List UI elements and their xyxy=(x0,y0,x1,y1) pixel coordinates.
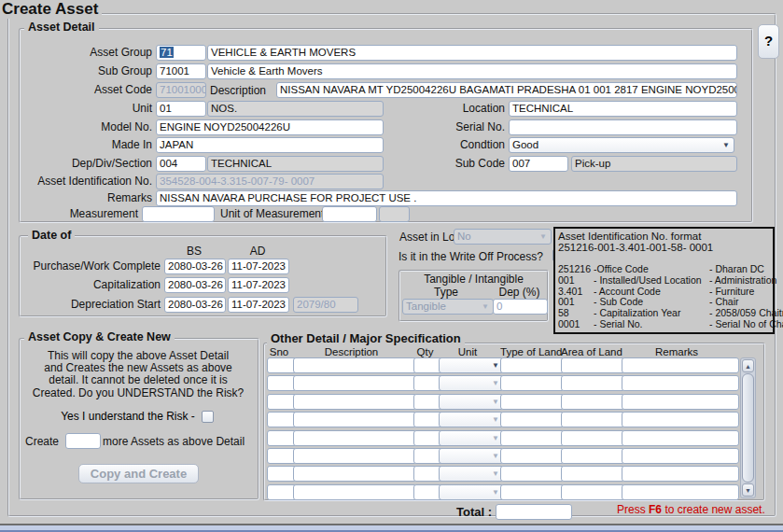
type-combo: Tangible▼ xyxy=(402,299,494,315)
made-in-input[interactable]: JAPAN xyxy=(156,137,384,153)
purchase-ad-input[interactable]: 11-07-2023 xyxy=(228,259,289,274)
spec-cell[interactable] xyxy=(561,430,625,446)
risk-checkbox[interactable] xyxy=(202,411,214,423)
capitalization-ad-input[interactable]: 11-07-2023 xyxy=(228,277,289,293)
fmt-code: 001 xyxy=(558,275,594,287)
capitalization-bs-input[interactable]: 2080-03-26 xyxy=(164,277,226,293)
spec-cell[interactable] xyxy=(500,357,565,373)
unit-of-measurement-input[interactable] xyxy=(322,206,377,222)
spec-cell[interactable] xyxy=(622,375,739,391)
depreciation-start-label: Depreciation Start xyxy=(24,298,161,312)
purchase-bs-input[interactable]: 2080-03-26 xyxy=(164,259,226,274)
asset-group-input[interactable]: 71 xyxy=(156,45,206,61)
spec-cell[interactable] xyxy=(561,375,625,391)
chevron-down-icon: ▼ xyxy=(492,415,499,424)
spec-cell[interactable] xyxy=(561,357,625,373)
type-value: Tangible xyxy=(406,301,446,312)
remarks-input[interactable]: NISSAN NAVARA PURCHASE FOR PROJECT USE . xyxy=(156,190,737,206)
sub-group-input[interactable]: 71001 xyxy=(156,63,206,79)
spec-cell[interactable] xyxy=(622,448,739,464)
spec-unit-combo[interactable]: ▼ xyxy=(439,430,504,446)
spec-cell[interactable] xyxy=(293,394,417,410)
spec-cell[interactable] xyxy=(500,484,565,500)
chevron-down-icon: ▼ xyxy=(492,469,499,478)
note-f6-key: F6 xyxy=(649,503,662,516)
spec-cell[interactable] xyxy=(293,375,417,391)
spec-cell[interactable] xyxy=(293,412,417,427)
spec-cell[interactable] xyxy=(561,394,625,410)
create-count-prefix: Create xyxy=(25,435,59,449)
help-button[interactable]: ? xyxy=(758,24,779,59)
fmt-desc: - Serial No of Chair xyxy=(709,319,783,330)
spec-unit-combo[interactable]: ▼ xyxy=(439,357,504,373)
spec-cell[interactable] xyxy=(561,484,625,500)
note-prefix: Press xyxy=(617,503,646,516)
sub-code-desc-field: Pick-up xyxy=(571,156,737,172)
spec-cell[interactable] xyxy=(500,448,565,464)
spec-unit-combo[interactable]: ▼ xyxy=(439,375,504,391)
dep-div-section-input[interactable]: 004 xyxy=(156,156,206,172)
scrollbar-thumb[interactable] xyxy=(742,373,754,483)
create-count-suffix: more Assets as above Detail xyxy=(103,435,245,449)
model-no-input[interactable]: ENGINE NOYD25004226U xyxy=(156,119,384,135)
scroll-down-icon[interactable]: ▼ xyxy=(742,483,754,497)
spec-cell[interactable] xyxy=(500,466,565,482)
spec-cell[interactable] xyxy=(561,466,625,482)
id-format-row: 001- Installed/Used Location- Administra… xyxy=(558,275,783,287)
depreciation-bs-input[interactable]: 2080-03-26 xyxy=(164,297,226,313)
chevron-down-icon: ▼ xyxy=(722,141,730,149)
spec-cell[interactable] xyxy=(622,484,739,500)
spec-cell[interactable] xyxy=(293,448,417,464)
spec-cell[interactable] xyxy=(293,430,417,446)
depreciation-ad-input[interactable]: 11-07-2023 xyxy=(228,297,289,313)
spec-cell[interactable] xyxy=(561,412,625,427)
spec-unit-combo[interactable]: ▼ xyxy=(439,466,504,482)
spec-cell[interactable] xyxy=(293,357,417,373)
spec-col-header-remarks: Remarks xyxy=(622,346,732,357)
spec-cell[interactable] xyxy=(293,466,417,482)
spec-cell[interactable] xyxy=(622,412,739,427)
spec-unit-combo[interactable]: ▼ xyxy=(439,484,504,500)
measurement-input[interactable] xyxy=(142,206,215,222)
unit-desc-field: NOS. xyxy=(207,101,384,117)
unit-input[interactable]: 01 xyxy=(156,101,206,117)
asset-in-lot-combo: No▼ xyxy=(454,229,552,245)
press-f6-note: Press F6 to create new asset. xyxy=(617,503,765,516)
page-title: Create Asset xyxy=(2,0,102,19)
spec-col-header-unit: Unit xyxy=(439,346,496,357)
spec-unit-combo[interactable]: ▼ xyxy=(439,394,504,410)
chevron-down-icon: ▼ xyxy=(492,452,499,460)
spec-cell[interactable] xyxy=(293,484,417,500)
spec-table-scrollbar[interactable]: ▲ ▼ xyxy=(740,357,756,498)
condition-combo[interactable]: Good▼ xyxy=(509,137,734,153)
spec-unit-combo[interactable]: ▼ xyxy=(439,448,504,464)
spec-cell[interactable] xyxy=(561,448,625,464)
purchase-work-complete-label: Purchase/Work Complete xyxy=(24,259,161,273)
id-format-example: 251216-001-3.401-001-58- 0001 xyxy=(558,242,713,253)
scroll-up-icon[interactable]: ▲ xyxy=(742,359,754,372)
spec-col-header-description: Description xyxy=(293,346,410,357)
spec-cell[interactable] xyxy=(500,394,565,410)
spec-cell[interactable] xyxy=(622,466,739,482)
spec-cell[interactable] xyxy=(622,357,739,373)
spec-unit-combo[interactable]: ▼ xyxy=(439,412,504,427)
spec-cell[interactable] xyxy=(500,412,565,427)
chevron-down-icon: ▼ xyxy=(482,302,489,311)
chevron-down-icon: ▼ xyxy=(492,434,499,442)
dep-percent-input[interactable]: 0 xyxy=(493,299,548,315)
asset-identification-field: 354528-004-3.315-007-79- 0007 xyxy=(156,174,384,189)
spec-cell[interactable] xyxy=(500,430,565,446)
sub-code-input[interactable]: 007 xyxy=(509,156,568,172)
description-input[interactable]: NISSAN NAVARA MT YD25004226U BAGAMATI PR… xyxy=(276,82,737,98)
chevron-down-icon: ▼ xyxy=(492,398,499,406)
total-input[interactable] xyxy=(496,504,572,520)
spec-cell[interactable] xyxy=(622,430,739,446)
spec-cell[interactable] xyxy=(622,394,739,410)
spec-cell[interactable] xyxy=(500,375,565,391)
sub-group-desc-field: Vehicle & Earth Movers xyxy=(207,63,737,79)
copy-and-create-button[interactable]: Copy and Create xyxy=(78,464,199,483)
asset-group-selected-text: 71 xyxy=(160,47,174,58)
serial-no-input[interactable] xyxy=(509,119,737,135)
create-count-input[interactable] xyxy=(65,433,101,449)
location-input[interactable]: TECHNICAL xyxy=(509,101,737,117)
